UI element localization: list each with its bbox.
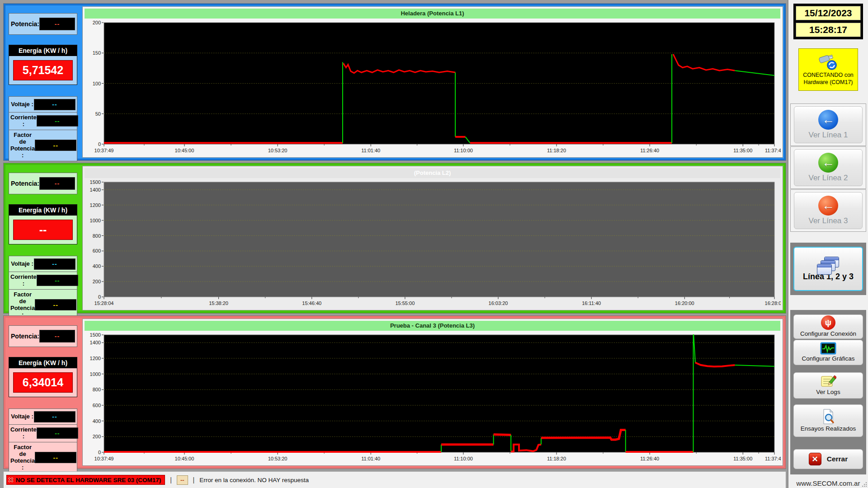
svg-text:11:26:40: 11:26:40 — [640, 148, 659, 153]
energia-value: 5,71542 — [13, 60, 73, 80]
document-search-icon — [821, 408, 835, 425]
svg-text:1200: 1200 — [90, 202, 101, 208]
svg-text:11:35:00: 11:35:00 — [733, 148, 752, 153]
svg-text:11:26:40: 11:26:40 — [640, 456, 659, 461]
corriente-label: Corriente : — [10, 427, 37, 440]
energia-box: Energía (KW / h) 5,71542 — [9, 45, 77, 85]
voltaje-display: -- — [34, 258, 75, 270]
svg-text:11:10:00: 11:10:00 — [454, 456, 473, 461]
svg-text:10:37:49: 10:37:49 — [94, 148, 114, 153]
potencia-label: Potencia: — [11, 180, 39, 187]
error-x-icon: ✕ — [8, 476, 14, 483]
energia-header: Energía (KW / h) — [9, 357, 77, 368]
connecting-hardware-button[interactable]: CONECTANDO con Hardware (COM17) — [798, 48, 858, 91]
usb-connection-icon: ψ — [821, 315, 835, 330]
configurar-conexion-button[interactable]: ψ Configurar Conexión — [793, 314, 863, 339]
all-lines-panel: Línea 1, 2 y 3 — [790, 243, 866, 295]
voltaje-label: Voltaje : — [10, 261, 34, 267]
svg-text:15:38:20: 15:38:20 — [209, 300, 228, 306]
factor-display: -- — [35, 452, 76, 463]
cerrar-button[interactable]: ✕ Cerrar — [793, 449, 863, 469]
corriente-display: -- — [37, 275, 78, 286]
svg-text:1400: 1400 — [90, 340, 101, 345]
svg-text:400: 400 — [93, 263, 101, 269]
line1-readings: Potencia: -- Energía (KW / h) 5,71542 Vo… — [6, 6, 80, 158]
ensayos-realizados-button[interactable]: Ensayos Realizados — [793, 404, 863, 437]
chart-plot-l3[interactable]: 0200400600800100012001400150010:37:4910:… — [84, 332, 781, 465]
svg-text:0: 0 — [98, 141, 101, 147]
chart-svg: 0200400600800100012001400150010:37:4910:… — [84, 332, 781, 465]
svg-text:1000: 1000 — [90, 218, 101, 223]
green-arrow-icon: ← — [818, 153, 838, 173]
svg-text:400: 400 — [93, 418, 101, 424]
svg-text:1200: 1200 — [90, 356, 101, 361]
line3-panel: Potencia: -- Energía (KW / h) 6,34014 Vo… — [4, 316, 786, 469]
chart-plot-l1[interactable]: 05010015020010:37:4910:45:0010:53:2011:0… — [84, 19, 781, 157]
svg-text:800: 800 — [93, 387, 101, 392]
svg-text:50: 50 — [95, 111, 101, 117]
line2-readings: Potencia: -- Energía (KW / h) -- Voltaje… — [6, 166, 80, 310]
svg-text:11:01:40: 11:01:40 — [361, 456, 380, 461]
energia-header: Energía (KW / h) — [9, 205, 77, 216]
energia-box: Energía (KW / h) -- — [9, 204, 77, 244]
svg-text:15:46:40: 15:46:40 — [302, 300, 321, 306]
chart-title: Heladera (Potencia L1) — [85, 9, 780, 19]
voltaje-label: Voltaje : — [10, 101, 34, 108]
corriente-display: -- — [37, 115, 78, 127]
svg-text:0: 0 — [98, 450, 101, 455]
separator: | — [193, 476, 195, 483]
voltaje-field: Voltaje : -- — [9, 96, 77, 113]
factor-label: Factor de Potencia : — [10, 132, 35, 159]
line2-panel: Potencia: -- Energía (KW / h) -- Voltaje… — [4, 163, 786, 313]
datetime-box: 15/12/2023 15:28:17 — [793, 4, 863, 39]
voltaje-label: Voltaje : — [10, 413, 34, 420]
svg-text:16:28:04: 16:28:04 — [765, 300, 781, 306]
svg-text:11:10:00: 11:10:00 — [454, 148, 473, 153]
factor-field: Factor de Potencia : -- — [9, 442, 77, 474]
svg-text:600: 600 — [93, 248, 101, 253]
line1-chart: Heladera (Potencia L1) 05010015020010:37… — [82, 6, 783, 158]
svg-text:800: 800 — [93, 233, 101, 239]
potencia-label: Potencia: — [11, 20, 39, 28]
ver-logs-button[interactable]: Ver Logs — [793, 372, 863, 399]
potencia-label: Potencia: — [11, 333, 39, 340]
metrics-group: Voltaje : -- Corriente : -- Factor de Po… — [9, 256, 77, 321]
error-text: NO SE DETECTA EL HARDWARE SRE 03 (COM17) — [16, 477, 161, 483]
view-line-group: ← Ver Línea 1 ← Ver Línea 2 ← Ver Línea … — [790, 103, 866, 232]
resize-grip[interactable] — [861, 481, 867, 487]
configurar-graficas-button[interactable]: Configurar Gráficas — [793, 340, 863, 365]
ver-linea-1-button[interactable]: ← Ver Línea 1 — [794, 106, 863, 143]
oscilloscope-icon — [820, 342, 836, 355]
status-bar: ✕ NO SE DETECTA EL HARDWARE SRE 03 (COM1… — [4, 471, 786, 488]
red-arrow-icon: ← — [818, 196, 838, 216]
chart-title: Prueba - Canal 3 (Potencia L3) — [85, 321, 780, 331]
svg-text:10:45:00: 10:45:00 — [175, 456, 194, 461]
energia-value: -- — [13, 220, 73, 240]
svg-text:200: 200 — [93, 20, 101, 25]
linea-1-2-3-button[interactable]: Línea 1, 2 y 3 — [793, 247, 863, 291]
ver-linea-3-button[interactable]: ← Ver Línea 3 — [794, 192, 863, 229]
svg-text:16:20:00: 16:20:00 — [675, 300, 694, 306]
separator: | — [170, 476, 172, 483]
ver-linea-2-button[interactable]: ← Ver Línea 2 — [794, 149, 863, 186]
svg-text:600: 600 — [93, 403, 101, 408]
corriente-label: Corriente : — [10, 114, 37, 128]
voltaje-display: -- — [34, 411, 75, 422]
control-sidebar: 15/12/2023 15:28:17 CONECTANDO con Hardw… — [788, 0, 868, 488]
svg-text:10:45:00: 10:45:00 — [175, 148, 194, 153]
svg-text:11:01:40: 11:01:40 — [361, 148, 380, 153]
potencia-display: -- — [39, 177, 75, 190]
svg-text:150: 150 — [93, 50, 101, 56]
website-link[interactable]: www.SECOM.com.ar — [797, 479, 860, 487]
potencia-display: -- — [39, 18, 75, 30]
chart-plot-l2[interactable]: 0200400600800100012001400150015:28:0415:… — [84, 179, 781, 310]
chart-title: (Potencia L2) — [85, 168, 780, 178]
line3-chart: Prueba - Canal 3 (Potencia L3) 020040060… — [82, 319, 783, 466]
svg-text:10:53:20: 10:53:20 — [268, 456, 288, 461]
svg-text:200: 200 — [93, 434, 101, 439]
voltaje-field: Voltaje : -- — [9, 408, 77, 425]
corriente-field: Corriente : -- — [9, 424, 77, 442]
svg-text:0: 0 — [98, 294, 101, 300]
svg-text:1500: 1500 — [90, 332, 101, 338]
main-column: Potencia: -- Energía (KW / h) 5,71542 Vo… — [0, 0, 788, 488]
